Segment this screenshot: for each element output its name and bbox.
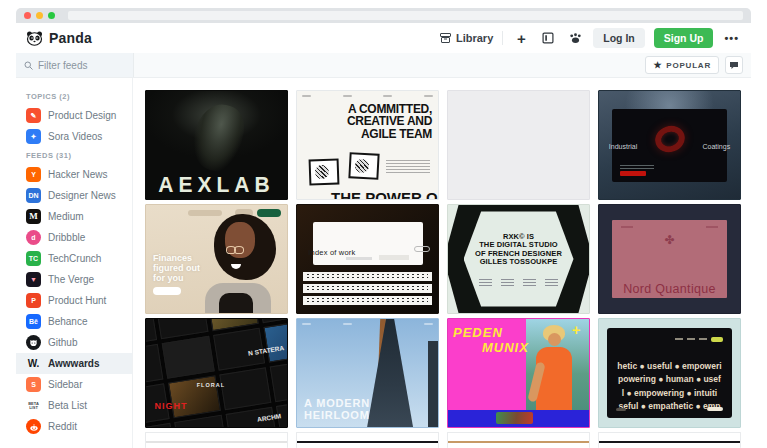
sidebar-item-the-verge[interactable]: ▼ The Verge — [16, 269, 132, 290]
behance-icon: Bē — [26, 314, 41, 329]
login-button[interactable]: Log In — [593, 28, 645, 48]
more-menu-button[interactable]: ••• — [722, 32, 741, 44]
team-partial-heading: THE POWER OF — [331, 189, 439, 200]
browser-chrome — [16, 8, 751, 23]
aexlab-title: AEXLAB — [146, 172, 287, 197]
star-icon: ★ — [653, 60, 662, 70]
collage-word: NIGHT — [154, 401, 187, 411]
sidebar-item-hacker-news[interactable]: Y Hacker News — [16, 164, 132, 185]
search-input[interactable]: Filter feeds — [16, 53, 134, 77]
techcrunch-icon: TC — [26, 251, 41, 266]
feed-card-index-of-work[interactable]: Index of work — [296, 204, 439, 314]
app-header: Panda Library + Log In Sign Up — [16, 23, 751, 53]
popular-label: POPULAR — [666, 61, 711, 70]
layout-toggle-button[interactable] — [539, 29, 557, 47]
empowering-word-lines: hetic ● useful ● empoweri powering ● hum… — [610, 360, 729, 413]
rxk-statement: RXK© IS THE DIGITAL STUDIO OF FRENCH DES… — [448, 233, 589, 267]
sidebar: TOPICS (2) ✎ Product Design ✦ Sora Video… — [16, 78, 133, 448]
address-bar[interactable] — [68, 11, 743, 20]
footnote-columns — [479, 278, 558, 286]
close-window-button[interactable] — [24, 12, 31, 19]
sidebar-item-sora-videos[interactable]: ✦ Sora Videos — [16, 126, 132, 147]
panda-paw-button[interactable] — [566, 29, 584, 47]
nord-logo-icon: ✤ — [599, 233, 740, 247]
feed-card-partial[interactable] — [145, 432, 288, 448]
library-label: Library — [456, 32, 493, 44]
feeds-section-label: FEEDS (31) — [16, 147, 132, 164]
cartoon-face-image — [348, 152, 379, 180]
collage-word: FLORAL — [197, 382, 225, 388]
github-icon — [26, 335, 41, 350]
finances-tagline: Finances figured out for you — [153, 253, 200, 284]
feed-card-modern-heirloom[interactable]: A MODERN HEIRLOOM — [296, 318, 439, 428]
reddit-icon — [26, 419, 41, 434]
zoom-window-button[interactable] — [48, 12, 55, 19]
sidebar-item-behance[interactable]: Bē Behance — [16, 311, 132, 332]
beta-list-icon: BETA LIST — [26, 398, 41, 413]
search-placeholder: Filter feeds — [38, 60, 87, 71]
feed-card-partial[interactable] — [296, 432, 439, 448]
signup-cta-placeholder — [257, 209, 281, 217]
body-text-placeholder — [386, 159, 430, 173]
feed-card-empowering[interactable]: hetic ● useful ● empoweri powering ● hum… — [598, 318, 741, 428]
mockup-button-placeholder — [414, 246, 430, 252]
sidebar-item-github[interactable]: Github — [16, 332, 132, 353]
sidebar-item-sidebar-feed[interactable]: S Sidebar — [16, 374, 132, 395]
sidebar-item-dribbble[interactable]: d Dribbble — [16, 227, 132, 248]
feed-card-finances[interactable]: Finances figured out for you — [145, 204, 288, 314]
feed-card-aexlab[interactable]: AEXLAB — [145, 90, 288, 200]
the-verge-icon: ▼ — [26, 272, 41, 287]
heirloom-title: A MODERN HEIRLOOM — [304, 397, 370, 421]
product-hunt-icon: P — [26, 293, 41, 308]
site-nav-placeholder — [188, 210, 222, 216]
feed-card-peden-munix[interactable]: PEDEN MUNIX + — [447, 318, 590, 428]
add-feed-button[interactable]: + — [512, 29, 530, 47]
peden-title-line1: PEDEN — [453, 325, 503, 340]
plus-glyph: + — [572, 321, 581, 338]
feed-card-rxk-studio[interactable]: RXK© IS THE DIGITAL STUDIO OF FRENCH DES… — [447, 204, 590, 314]
feed-card-partial[interactable] — [447, 432, 590, 448]
feed-card-blank[interactable] — [447, 90, 590, 200]
work-table-row — [303, 284, 433, 293]
site-nav-placeholder — [302, 95, 433, 97]
sidebar-item-awwwards[interactable]: W. Awwwards — [16, 353, 132, 374]
library-button[interactable]: Library — [440, 32, 493, 44]
team-heading: A COMMITTED, CREATIVE AND AGILE TEAM — [347, 103, 432, 140]
site-nav-placeholder — [675, 337, 723, 342]
work-table-row — [303, 272, 433, 281]
site-nav-placeholder — [302, 323, 433, 325]
feed-card-industrial-coatings[interactable]: Industrial Coatings — [598, 90, 741, 200]
comment-icon — [729, 61, 739, 70]
signup-button[interactable]: Sign Up — [654, 28, 714, 48]
dark-hero-panel: hetic ● useful ● empoweri powering ● hum… — [607, 328, 731, 419]
building-edge — [428, 341, 438, 427]
product-design-icon: ✎ — [26, 108, 41, 123]
bottom-photo-strip — [448, 410, 589, 427]
sidebar-item-beta-list[interactable]: BETA LIST Beta List — [16, 395, 132, 416]
awwwards-icon: W. — [26, 356, 41, 371]
sidebar-item-techcrunch[interactable]: TC TechCrunch — [16, 248, 132, 269]
library-icon — [440, 33, 451, 43]
index-title: Index of work — [308, 248, 355, 257]
app-title: Panda — [49, 30, 92, 46]
feed-card-poster-collage[interactable]: FLORAL NIGHT N STATERA ARCHM — [145, 318, 288, 428]
site-nav-placeholder — [621, 226, 718, 228]
coatings-left-label: Industrial — [609, 143, 637, 150]
sidebar-item-designer-news[interactable]: DN Designer News — [16, 185, 132, 206]
app-logo[interactable]: Panda — [26, 30, 92, 46]
sidebar-item-product-hunt[interactable]: P Product Hunt — [16, 290, 132, 311]
peden-title-line2: MUNIX — [482, 340, 529, 355]
feed-card-nord-quantique[interactable]: ✤ Nord Quantique — [598, 204, 741, 314]
feed-card-committed-team[interactable]: A COMMITTED, CREATIVE AND AGILE TEAM THE… — [296, 90, 439, 200]
minimize-window-button[interactable] — [36, 12, 43, 19]
sidebar-item-reddit[interactable]: Reddit — [16, 416, 132, 437]
sidebar-item-medium[interactable]: M Medium — [16, 206, 132, 227]
sidebar-item-product-design[interactable]: ✎ Product Design — [16, 105, 132, 126]
feed-card-partial[interactable] — [598, 432, 741, 448]
finances-cta-button — [153, 287, 181, 295]
feed-grid: AEXLAB A COMMITTED, CREATIVE AND AGILE T… — [133, 78, 751, 448]
feedback-button[interactable] — [725, 56, 743, 74]
hacker-news-icon: Y — [26, 167, 41, 182]
filter-bar: Filter feeds ★ POPULAR — [16, 53, 751, 78]
popular-sort-button[interactable]: ★ POPULAR — [645, 56, 719, 74]
